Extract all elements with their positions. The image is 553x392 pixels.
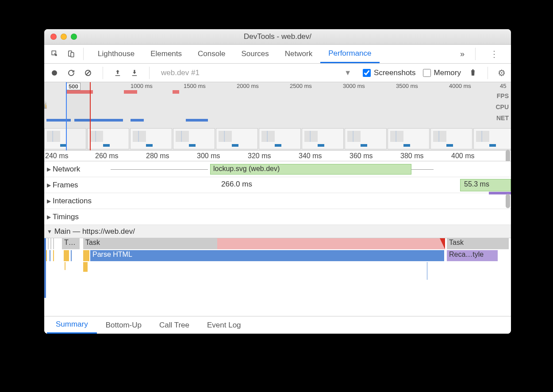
script-bar[interactable] (64, 250, 69, 261)
ov-tick: 1000 ms (131, 83, 153, 89)
garbage-collect-icon[interactable] (468, 68, 478, 78)
tab-sources[interactable]: Sources (233, 45, 276, 63)
overview-selection[interactable] (66, 82, 91, 150)
tab-call-tree[interactable]: Call Tree (150, 316, 198, 334)
devtools-window: DevTools - web.dev/ Lighthouse Elements … (44, 29, 511, 334)
timings-track[interactable]: ▶Timings (44, 209, 511, 225)
separator (83, 48, 84, 60)
flame-chart[interactable]: T… Task Task Parse HTML Reca…tyle (44, 238, 511, 298)
scrollbar-thumb[interactable] (506, 194, 510, 208)
task-sliver[interactable] (50, 238, 51, 249)
network-request-bar[interactable]: lockup.svg (web.dev) (210, 164, 411, 175)
interactions-label: Interactions (53, 197, 92, 206)
ruler-tick: 240 ms (45, 152, 68, 160)
collapse-icon[interactable]: ▼ (47, 228, 52, 235)
frame-bar[interactable]: 55.3 ms (460, 179, 511, 191)
tab-event-log[interactable]: Event Log (198, 316, 250, 334)
parse-html-bar[interactable]: Parse HTML (90, 250, 444, 261)
expand-icon[interactable]: ▶ (47, 214, 51, 220)
task-bar-long[interactable]: Task (83, 238, 445, 249)
marker (427, 262, 427, 280)
net-label: NET (495, 112, 509, 123)
screenshots-input[interactable] (363, 69, 371, 77)
script-sliver[interactable] (53, 250, 54, 261)
task-sliver[interactable] (53, 238, 54, 249)
close-window-button[interactable] (50, 34, 57, 40)
upload-profile-icon[interactable] (113, 68, 123, 78)
frames-track[interactable]: ▶Frames 266.0 ms 55.3 ms (44, 177, 511, 193)
separator (149, 67, 150, 79)
tab-performance[interactable]: Performance (320, 45, 379, 63)
expand-icon[interactable]: ▶ (47, 166, 51, 172)
kebab-menu-icon[interactable]: ⋮ (482, 49, 507, 59)
main-thread-header[interactable]: ▼ Main — https://web.dev/ (44, 225, 511, 238)
task-bar[interactable]: Task (447, 238, 509, 249)
tab-lighthouse[interactable]: Lighthouse (90, 45, 142, 63)
timeline-overview[interactable]: 500 1000 ms 1500 ms 2000 ms 2500 ms 3000… (44, 82, 511, 151)
fps-lane (58, 90, 498, 95)
script-bar[interactable] (83, 262, 88, 272)
details-tabs: Summary Bottom-Up Call Tree Event Log (44, 316, 511, 334)
cpu-lane (44, 101, 498, 116)
clear-button[interactable] (83, 68, 93, 78)
tab-bottom-up[interactable]: Bottom-Up (97, 316, 150, 334)
ov-tick: 3000 ms (343, 83, 365, 89)
more-tabs-button[interactable]: » (456, 49, 469, 59)
ruler-tick: 300 ms (197, 152, 220, 160)
record-button[interactable] (50, 68, 59, 78)
svg-point-3 (52, 70, 57, 76)
tracks-pane[interactable]: ▶Network lockup.svg (web.dev) ▶Frames 26… (44, 161, 511, 316)
traffic-lights (44, 34, 77, 40)
tab-elements[interactable]: Elements (142, 45, 190, 63)
screenshots-label: Screenshots (374, 69, 416, 77)
panel-tabs: Lighthouse Elements Console Sources Netw… (90, 45, 452, 63)
download-profile-icon[interactable] (130, 68, 139, 78)
panel-tabstrip: Lighthouse Elements Console Sources Netw… (44, 45, 511, 64)
ov-tick: 1500 ms (184, 83, 206, 89)
timings-label: Timings (53, 213, 79, 221)
task-bar[interactable]: T… (62, 238, 80, 249)
script-sliver[interactable] (46, 250, 47, 261)
tab-console[interactable]: Console (190, 45, 233, 63)
memory-input[interactable] (423, 69, 431, 77)
ov-tick: 45 (500, 83, 506, 89)
expand-icon[interactable]: ▶ (47, 198, 51, 204)
detail-ruler[interactable]: 240 ms 260 ms 280 ms 300 ms 320 ms 340 m… (44, 151, 511, 161)
net-whisker (411, 169, 434, 170)
fps-label: FPS (495, 90, 509, 101)
inspect-element-icon[interactable] (49, 48, 61, 60)
settings-gear-icon[interactable]: ⚙ (498, 68, 506, 78)
network-label: Network (53, 165, 80, 174)
interactions-track[interactable]: ▶Interactions (44, 193, 511, 209)
ov-tick: 4000 ms (449, 83, 471, 89)
ruler-tick: 320 ms (248, 152, 271, 160)
maximize-window-button[interactable] (71, 34, 77, 40)
title-bar[interactable]: DevTools - web.dev/ (44, 29, 511, 45)
window-title: DevTools - web.dev/ (44, 32, 511, 41)
expand-icon[interactable]: ▶ (47, 182, 51, 188)
ov-tick: 3500 ms (396, 83, 418, 89)
recording-name[interactable]: web.dev #1 (161, 69, 337, 77)
device-toolbar-icon[interactable] (65, 48, 77, 60)
reload-record-button[interactable] (66, 68, 76, 78)
frames-label: Frames (53, 181, 78, 190)
network-track[interactable]: ▶Network lockup.svg (web.dev) (44, 161, 511, 177)
parse-sliver[interactable] (71, 250, 72, 261)
separator (475, 48, 476, 60)
memory-checkbox[interactable]: Memory (423, 69, 461, 77)
script-bar[interactable] (83, 250, 89, 261)
recording-dropdown-icon[interactable]: ▼ (344, 69, 351, 77)
minimize-window-button[interactable] (61, 34, 67, 40)
separator (103, 67, 103, 79)
ruler-tick: 260 ms (95, 152, 118, 160)
performance-toolbar: web.dev #1 ▼ Screenshots Memory ⚙ (44, 64, 511, 82)
tab-network[interactable]: Network (277, 45, 320, 63)
recalc-style-bar[interactable]: Reca…tyle (447, 250, 498, 261)
task-sliver[interactable] (48, 238, 49, 249)
tab-summary[interactable]: Summary (47, 316, 97, 334)
parse-sliver[interactable] (50, 250, 50, 261)
screenshots-checkbox[interactable]: Screenshots (363, 69, 416, 77)
screenshot-strip[interactable] (44, 128, 511, 150)
script-sliver[interactable] (65, 262, 65, 270)
ov-tick: 2000 ms (237, 83, 259, 89)
